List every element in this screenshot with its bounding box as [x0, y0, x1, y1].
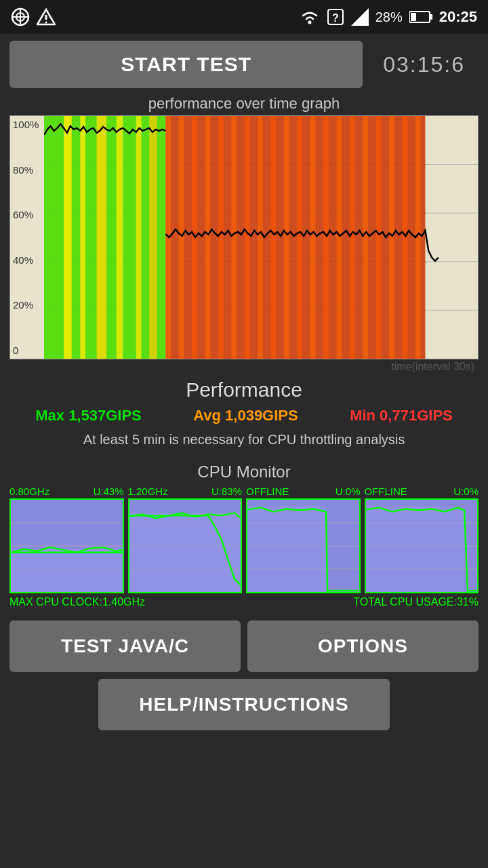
help-instructions-button[interactable]: HELP/INSTRUCTIONS — [98, 679, 389, 730]
x-axis-label: time(interval 30s) — [9, 359, 479, 373]
status-left-icons — [11, 7, 56, 26]
cpu-core-2-freq: OFFLINE — [246, 486, 289, 497]
svg-marker-10 — [351, 8, 369, 26]
svg-rect-37 — [297, 116, 302, 359]
svg-rect-22 — [97, 116, 107, 359]
y-label-100: 100% — [13, 119, 41, 130]
svg-rect-33 — [245, 116, 250, 359]
options-button[interactable]: OPTIONS — [247, 620, 479, 672]
svg-point-6 — [45, 22, 47, 24]
svg-rect-25 — [149, 116, 157, 359]
test-java-button[interactable]: TEST JAVA/C — [9, 620, 241, 672]
cpu-core-3-graph — [365, 498, 479, 593]
y-label-60: 60% — [13, 209, 41, 220]
svg-rect-31 — [218, 116, 224, 359]
cpu-core-1-usage: U:83% — [211, 486, 242, 497]
performance-section: Performance Max 1,537GIPS Avg 1,039GIPS … — [0, 373, 488, 452]
svg-rect-38 — [310, 116, 316, 359]
y-label-20: 20% — [13, 299, 41, 311]
cpu-max-clock: MAX CPU CLOCK:1.40GHz — [9, 596, 145, 608]
svg-rect-12 — [430, 14, 432, 20]
svg-text:?: ? — [332, 12, 339, 24]
perf-min: Min 0,771GIPS — [350, 407, 453, 425]
time-display: 20:25 — [439, 8, 477, 26]
battery-icon — [409, 10, 432, 24]
cpu-monitor-section: CPU Monitor 0.80GHz U:43% — [0, 452, 488, 614]
cpu-monitor-title: CPU Monitor — [9, 462, 479, 481]
status-bar: ? 28% 20:25 — [0, 0, 488, 34]
svg-rect-45 — [402, 116, 407, 359]
performance-chart — [44, 116, 478, 359]
warning-icon — [37, 7, 56, 26]
cpu-core-2-graph — [246, 498, 361, 593]
svg-rect-34 — [258, 116, 263, 359]
cpu-core-2-usage: U:0% — [336, 486, 361, 497]
perf-max: Max 1,537GIPS — [35, 407, 142, 425]
performance-heading: Performance — [9, 378, 479, 401]
svg-rect-39 — [323, 116, 329, 359]
cpu-core-3-usage: U:0% — [453, 486, 479, 497]
wifi-icon — [300, 8, 320, 26]
svg-rect-30 — [205, 116, 211, 359]
svg-rect-32 — [231, 116, 237, 359]
y-axis-labels: 100% 80% 60% 40% 20% 0 — [10, 116, 44, 359]
cpu-footer-row: MAX CPU CLOCK:1.40GHz TOTAL CPU USAGE:31… — [9, 593, 479, 611]
cpu-core-1-graph — [128, 498, 243, 593]
svg-rect-42 — [363, 116, 368, 359]
graph-container: 100% 80% 60% 40% 20% 0 — [9, 115, 479, 359]
bottom-buttons-row: TEST JAVA/C OPTIONS — [0, 614, 488, 679]
graph-canvas — [44, 116, 478, 359]
graph-section: performance over time graph 100% 80% 60%… — [0, 95, 488, 373]
cpu-core-1: 1.20GHz U:83% — [128, 486, 243, 593]
perf-avg: Avg 1,039GIPS — [193, 407, 298, 425]
svg-rect-57 — [129, 513, 241, 592]
svg-rect-36 — [284, 116, 289, 359]
cpu-core-1-freq: 1.20GHz — [128, 486, 168, 497]
y-label-80: 80% — [13, 164, 41, 176]
help-button-row: HELP/INSTRUCTIONS — [0, 679, 488, 744]
svg-rect-40 — [337, 116, 342, 359]
cpu-core-0-graph — [9, 498, 124, 593]
svg-rect-13 — [411, 13, 416, 21]
svg-rect-44 — [389, 116, 394, 359]
y-label-0: 0 — [13, 344, 41, 356]
svg-rect-63 — [247, 507, 326, 592]
cpu-core-3-header: OFFLINE U:0% — [365, 486, 479, 497]
status-right-icons: ? 28% 20:25 — [300, 8, 477, 26]
cpu-core-3: OFFLINE U:0% — [365, 486, 479, 593]
svg-rect-20 — [64, 116, 72, 359]
cpu-core-2: OFFLINE U:0% — [246, 486, 361, 593]
graph-title: performance over time graph — [9, 95, 479, 113]
svg-rect-41 — [350, 116, 355, 359]
question-icon: ? — [327, 8, 344, 26]
svg-rect-24 — [136, 116, 142, 359]
cpu-core-0-header: 0.80GHz U:43% — [9, 486, 124, 497]
cpu-graphs-row: 0.80GHz U:43% — [9, 486, 479, 593]
svg-rect-28 — [179, 116, 184, 359]
svg-rect-35 — [271, 116, 277, 359]
y-label-40: 40% — [13, 254, 41, 266]
battery-text: 28% — [375, 9, 403, 25]
throttle-note: At least 5 min is necessary for CPU thro… — [9, 430, 479, 449]
cpu-total-usage: TOTAL CPU USAGE:31% — [353, 596, 479, 608]
cpu-core-1-header: 1.20GHz U:83% — [128, 486, 243, 497]
svg-point-7 — [308, 21, 311, 24]
circle-icon — [11, 7, 30, 26]
svg-rect-23 — [117, 116, 123, 359]
top-row: START TEST 03:15:6 — [0, 34, 488, 95]
cpu-core-3-freq: OFFLINE — [365, 486, 407, 497]
timer-display: 03:15:6 — [369, 52, 479, 77]
svg-rect-69 — [366, 507, 464, 592]
svg-rect-51 — [11, 549, 123, 592]
svg-rect-21 — [80, 116, 85, 359]
start-test-button[interactable]: START TEST — [9, 41, 363, 88]
signal-icon — [351, 8, 369, 26]
svg-rect-43 — [376, 116, 382, 359]
cpu-core-2-header: OFFLINE U:0% — [246, 486, 361, 497]
cpu-core-0: 0.80GHz U:43% — [9, 486, 124, 593]
performance-stats: Max 1,537GIPS Avg 1,039GIPS Min 0,771GIP… — [9, 407, 479, 425]
cpu-core-0-usage: U:43% — [93, 486, 123, 497]
cpu-core-0-freq: 0.80GHz — [9, 486, 49, 497]
